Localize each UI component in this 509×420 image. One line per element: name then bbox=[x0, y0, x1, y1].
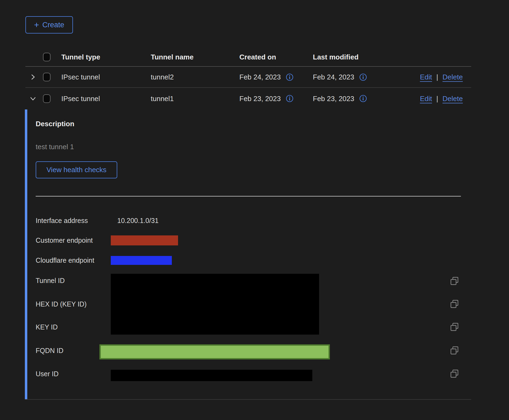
cloudflare-endpoint-label: Cloudflare endpoint bbox=[36, 256, 94, 264]
action-separator: | bbox=[436, 73, 438, 81]
row-checkbox[interactable] bbox=[43, 73, 51, 81]
table-row: IPsec tunnel tunnel1 Feb 23, 2023 Feb 23… bbox=[0, 88, 509, 109]
info-circle-icon[interactable] bbox=[286, 73, 294, 81]
copy-icon bbox=[450, 369, 459, 378]
copy-icon bbox=[450, 299, 459, 309]
action-separator: | bbox=[436, 94, 438, 103]
edit-link[interactable]: Edit bbox=[420, 73, 432, 81]
created-on-value: Feb 24, 2023 bbox=[239, 73, 281, 81]
expanded-panel-accent-line bbox=[25, 109, 27, 399]
copy-user-id-button[interactable] bbox=[449, 368, 460, 379]
copy-tunnel-id-button[interactable] bbox=[449, 276, 460, 286]
delete-link[interactable]: Delete bbox=[443, 73, 463, 81]
table-header-row: Tunnel type Tunnel name Created on Last … bbox=[0, 48, 509, 66]
customer-endpoint-redaction bbox=[111, 235, 178, 245]
copy-fqdn-id-button[interactable] bbox=[449, 345, 460, 356]
description-value: test tunnel 1 bbox=[36, 143, 74, 151]
key-id-label: KEY ID bbox=[36, 323, 58, 331]
tunnel-id-label: Tunnel ID bbox=[36, 277, 65, 285]
tunnel-name-value: tunnel1 bbox=[151, 94, 174, 103]
header-created-on: Created on bbox=[239, 53, 276, 61]
delete-link[interactable]: Delete bbox=[443, 94, 463, 103]
user-id-redaction bbox=[111, 370, 312, 381]
table-row: IPsec tunnel tunnel2 Feb 24, 2023 Feb 24… bbox=[0, 66, 509, 88]
interface-address-label: Interface address bbox=[36, 217, 88, 225]
chevron-right-icon bbox=[30, 74, 36, 80]
ids-redaction-block bbox=[111, 274, 319, 335]
copy-hex-id-button[interactable] bbox=[449, 299, 460, 309]
edit-link[interactable]: Edit bbox=[420, 94, 432, 103]
last-modified-value: Feb 24, 2023 bbox=[313, 73, 354, 81]
hex-id-label: HEX ID (KEY ID) bbox=[36, 300, 86, 308]
select-all-checkbox[interactable] bbox=[43, 53, 51, 61]
header-tunnel-type: Tunnel type bbox=[61, 53, 100, 61]
created-on-value: Feb 23, 2023 bbox=[239, 94, 281, 103]
copy-icon bbox=[450, 276, 459, 286]
copy-icon bbox=[450, 346, 459, 355]
plus-icon: + bbox=[34, 21, 39, 29]
expand-row-button[interactable] bbox=[28, 72, 38, 82]
info-circle-icon[interactable] bbox=[359, 95, 367, 103]
expanded-panel-bottom-divider bbox=[25, 399, 471, 400]
cloudflare-endpoint-redaction bbox=[111, 256, 172, 265]
copy-key-id-button[interactable] bbox=[449, 322, 460, 332]
copy-icon bbox=[450, 322, 459, 332]
header-last-modified: Last modified bbox=[313, 53, 359, 61]
create-button[interactable]: + Create bbox=[25, 16, 73, 34]
fqdn-id-redaction bbox=[99, 344, 330, 359]
tunnel-type-value: IPsec tunnel bbox=[61, 94, 100, 103]
collapse-row-button[interactable] bbox=[28, 94, 38, 104]
info-circle-icon[interactable] bbox=[286, 95, 294, 103]
view-health-checks-button[interactable]: View health checks bbox=[36, 161, 117, 178]
header-tunnel-name: Tunnel name bbox=[151, 53, 193, 61]
panel-divider bbox=[36, 196, 461, 196]
customer-endpoint-label: Customer endpoint bbox=[36, 236, 93, 244]
info-circle-icon[interactable] bbox=[359, 73, 367, 81]
row-checkbox[interactable] bbox=[43, 94, 51, 103]
tunnel-type-value: IPsec tunnel bbox=[61, 73, 100, 81]
description-label: Description bbox=[36, 120, 74, 128]
create-button-label: Create bbox=[42, 21, 64, 29]
user-id-label: User ID bbox=[36, 370, 59, 378]
fqdn-id-label: FQDN ID bbox=[36, 347, 63, 355]
tunnel-name-value: tunnel2 bbox=[151, 73, 174, 81]
last-modified-value: Feb 23, 2023 bbox=[313, 94, 354, 103]
chevron-down-icon bbox=[30, 95, 36, 102]
interface-address-value: 10.200.1.0/31 bbox=[117, 217, 159, 225]
